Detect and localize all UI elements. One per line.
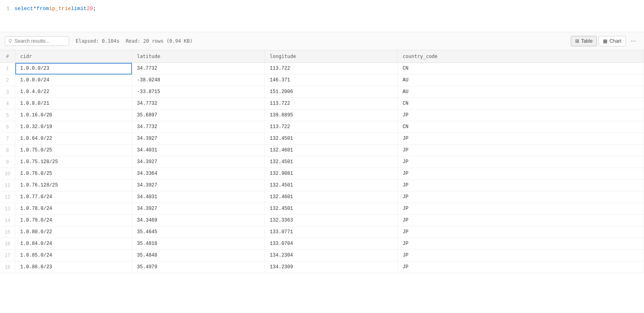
cell-latitude: 34.7732 (132, 63, 265, 75)
cell-latitude: 35.4645 (132, 226, 265, 238)
cell-latitude: 34.3469 (132, 215, 265, 226)
cell-latitude: 35.4848 (132, 250, 265, 261)
cell-longitude: 113.722 (265, 98, 398, 110)
table-row[interactable]: 161.0.84.0/2435.4818133.0704JP (0, 238, 644, 250)
editor-area: 1 select * from ip_trie limit 20 ; (0, 0, 644, 32)
more-options-button[interactable]: ··· (627, 35, 639, 47)
table-row[interactable]: 151.0.80.0/2235.4645133.0771JP (0, 226, 644, 238)
table-row[interactable]: 71.0.64.0/2234.3927132.4501JP (0, 133, 644, 145)
header-longitude: longitude (265, 50, 398, 63)
cell-cidr[interactable]: 1.0.85.0/24 (15, 250, 132, 261)
toolbar-right: ⊞ Table ▦ Chart ··· (571, 35, 639, 47)
cell-cidr[interactable]: 1.0.75.0/25 (15, 145, 132, 156)
table-row[interactable]: 81.0.75.0/2534.4031132.4601JP (0, 145, 644, 156)
cell-longitude: 132.4501 (265, 133, 398, 145)
code-star: * (33, 5, 37, 13)
cell-row-num: 10 (0, 168, 15, 180)
keyword-select: select (14, 5, 33, 13)
table-row[interactable]: 21.0.0.0/24-38.0248146.371AU (0, 75, 644, 86)
cell-country-code: JP (398, 203, 644, 215)
cell-country-code: AU (398, 86, 644, 98)
cell-country-code: CN (398, 121, 644, 133)
cell-cidr[interactable]: 1.0.32.0/19 (15, 121, 132, 133)
table-row[interactable]: 51.0.16.0/2035.6897139.6895JP (0, 110, 644, 121)
cell-country-code: JP (398, 238, 644, 250)
cell-cidr[interactable]: 1.0.79.0/24 (15, 215, 132, 226)
cell-country-code: JP (398, 156, 644, 168)
cell-cidr[interactable]: 1.0.84.0/24 (15, 238, 132, 250)
cell-country-code: JP (398, 215, 644, 226)
cell-latitude: 34.7732 (132, 121, 265, 133)
cell-longitude: 134.2309 (265, 261, 398, 273)
table-name: ip_trie (49, 5, 71, 13)
cell-longitude: 151.2006 (265, 86, 398, 98)
cell-country-code: JP (398, 180, 644, 191)
table-row[interactable]: 181.0.86.0/2335.4979134.2309JP (0, 261, 644, 273)
table-row[interactable]: 171.0.85.0/2435.4848134.2304JP (0, 250, 644, 261)
table-body: 11.0.0.0/2334.7732113.722CN21.0.0.0/24-3… (0, 63, 644, 273)
table-row[interactable]: 31.0.4.0/22-33.8715151.2006AU (0, 86, 644, 98)
cell-cidr[interactable]: 1.0.86.0/23 (15, 261, 132, 273)
cell-longitude: 139.6895 (265, 110, 398, 121)
table-row[interactable]: 101.0.76.0/2534.3364132.9081JP (0, 168, 644, 180)
cell-cidr[interactable]: 1.0.77.0/24 (15, 191, 132, 203)
cell-latitude: 34.4031 (132, 145, 265, 156)
cell-cidr[interactable]: 1.0.75.128/25 (15, 156, 132, 168)
cell-row-num: 12 (0, 191, 15, 203)
cell-longitude: 133.0704 (265, 238, 398, 250)
table-row[interactable]: 141.0.79.0/2434.3469132.3363JP (0, 215, 644, 226)
table-icon: ⊞ (575, 38, 579, 44)
table-row[interactable]: 91.0.75.128/2534.3927132.4501JP (0, 156, 644, 168)
cell-country-code: JP (398, 110, 644, 121)
cell-row-num: 2 (0, 75, 15, 86)
cell-country-code: CN (398, 98, 644, 110)
cell-latitude: 34.3364 (132, 168, 265, 180)
cell-longitude: 132.4501 (265, 156, 398, 168)
cell-country-code: AU (398, 75, 644, 86)
cell-country-code: JP (398, 133, 644, 145)
cell-latitude: 34.3927 (132, 156, 265, 168)
cell-country-code: JP (398, 168, 644, 180)
table-row[interactable]: 11.0.0.0/2334.7732113.722CN (0, 63, 644, 75)
table-row[interactable]: 111.0.76.128/2534.3927132.4501JP (0, 180, 644, 191)
results-toolbar: ⚲ Elapsed: 0.104s Read: 20 rows (0.94 KB… (0, 32, 644, 50)
header-row-num: # (0, 50, 15, 63)
search-box[interactable]: ⚲ (5, 36, 69, 46)
cell-row-num: 3 (0, 86, 15, 98)
cell-cidr[interactable]: 1.0.4.0/22 (15, 86, 132, 98)
search-input[interactable] (14, 38, 63, 44)
cell-cidr[interactable]: 1.0.8.0/21 (15, 98, 132, 110)
table-row[interactable]: 61.0.32.0/1934.7732113.722CN (0, 121, 644, 133)
cell-row-num: 11 (0, 180, 15, 191)
elapsed-time: Elapsed: 0.104s (76, 38, 119, 44)
cell-longitude: 133.0771 (265, 226, 398, 238)
table-row[interactable]: 41.0.8.0/2134.7732113.722CN (0, 98, 644, 110)
header-latitude: latitude (132, 50, 265, 63)
cell-cidr[interactable]: 1.0.64.0/22 (15, 133, 132, 145)
cell-latitude: 35.6897 (132, 110, 265, 121)
cell-row-num: 4 (0, 98, 15, 110)
cell-cidr[interactable]: 1.0.0.0/23 (15, 63, 132, 75)
cell-row-num: 9 (0, 156, 15, 168)
cell-latitude: 35.4818 (132, 238, 265, 250)
cell-cidr[interactable]: 1.0.16.0/20 (15, 110, 132, 121)
table-row[interactable]: 131.0.78.0/2434.3927132.4501JP (0, 203, 644, 215)
cell-latitude: 34.3927 (132, 203, 265, 215)
cell-cidr[interactable]: 1.0.78.0/24 (15, 203, 132, 215)
cell-cidr[interactable]: 1.0.76.0/25 (15, 168, 132, 180)
cell-longitude: 132.4601 (265, 145, 398, 156)
cell-cidr[interactable]: 1.0.76.128/25 (15, 180, 132, 191)
chart-view-button[interactable]: ▦ Chart (599, 36, 625, 46)
header-cidr: cidr (15, 50, 132, 63)
table-row[interactable]: 121.0.77.0/2434.4031132.4601JP (0, 191, 644, 203)
cell-cidr[interactable]: 1.0.0.0/24 (15, 75, 132, 86)
table-view-button[interactable]: ⊞ Table (571, 36, 597, 46)
cell-cidr[interactable]: 1.0.80.0/22 (15, 226, 132, 238)
cell-longitude: 113.722 (265, 121, 398, 133)
cell-latitude: 35.4979 (132, 261, 265, 273)
cell-country-code: CN (398, 63, 644, 75)
cell-country-code: JP (398, 191, 644, 203)
cell-longitude: 132.4501 (265, 203, 398, 215)
limit-number: 20 (87, 5, 93, 13)
cell-row-num: 8 (0, 145, 15, 156)
